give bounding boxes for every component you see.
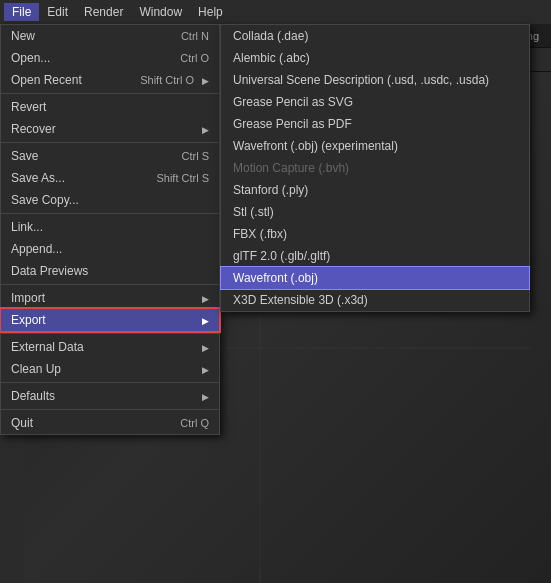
dd-save-as[interactable]: Save As... Shift Ctrl S: [1, 167, 219, 189]
dd-external-data-arrow: [198, 342, 209, 353]
dd-link[interactable]: Link...: [1, 216, 219, 238]
separator-1: [1, 93, 219, 94]
es-fbx[interactable]: FBX (.fbx): [221, 223, 529, 245]
dd-export[interactable]: Export: [1, 309, 219, 331]
dd-save-label: Save: [11, 149, 38, 163]
es-collada[interactable]: Collada (.dae): [221, 25, 529, 47]
es-gp-svg[interactable]: Grease Pencil as SVG: [221, 91, 529, 113]
dd-import[interactable]: Import: [1, 287, 219, 309]
dd-data-previews-label: Data Previews: [11, 264, 88, 278]
dd-defaults-arrow: [198, 391, 209, 402]
dd-open-label: Open...: [11, 51, 50, 65]
dd-recover-label: Recover: [11, 122, 56, 136]
separator-4: [1, 284, 219, 285]
es-obj[interactable]: Wavefront (.obj): [221, 267, 529, 289]
es-gltf[interactable]: glTF 2.0 (.glb/.gltf): [221, 245, 529, 267]
dd-export-arrow: [198, 315, 209, 326]
dd-quit[interactable]: Quit Ctrl Q: [1, 412, 219, 434]
dd-save-as-shortcut: Shift Ctrl S: [156, 172, 209, 184]
separator-7: [1, 409, 219, 410]
dd-open-recent[interactable]: Open Recent Shift Ctrl O: [1, 69, 219, 91]
dd-append[interactable]: Append...: [1, 238, 219, 260]
separator-3: [1, 213, 219, 214]
es-bvh: Motion Capture (.bvh): [221, 157, 529, 179]
dd-revert[interactable]: Revert: [1, 96, 219, 118]
dd-quit-label: Quit: [11, 416, 33, 430]
dd-save-copy[interactable]: Save Copy...: [1, 189, 219, 211]
es-x3d[interactable]: X3D Extensible 3D (.x3d): [221, 289, 529, 311]
dd-open-recent-label: Open Recent: [11, 73, 82, 87]
dd-save[interactable]: Save Ctrl S: [1, 145, 219, 167]
menu-window[interactable]: Window: [131, 3, 190, 21]
dd-quit-shortcut: Ctrl Q: [180, 417, 209, 429]
separator-5: [1, 333, 219, 334]
dd-open-shortcut: Ctrl O: [180, 52, 209, 64]
dd-link-label: Link...: [11, 220, 43, 234]
file-dropdown: New Ctrl N Open... Ctrl O Open Recent Sh…: [0, 24, 220, 435]
es-alembic[interactable]: Alembic (.abc): [221, 47, 529, 69]
dd-import-label: Import: [11, 291, 45, 305]
dd-save-shortcut: Ctrl S: [182, 150, 210, 162]
es-usd[interactable]: Universal Scene Description (.usd, .usdc…: [221, 69, 529, 91]
es-stl[interactable]: Stl (.stl): [221, 201, 529, 223]
dd-open-recent-shortcut: Shift Ctrl O: [140, 74, 194, 86]
dd-save-copy-label: Save Copy...: [11, 193, 79, 207]
dd-defaults[interactable]: Defaults: [1, 385, 219, 407]
dd-data-previews[interactable]: Data Previews: [1, 260, 219, 282]
dd-recover-arrow: [198, 124, 209, 135]
dd-external-data[interactable]: External Data: [1, 336, 219, 358]
dd-save-as-label: Save As...: [11, 171, 65, 185]
dd-clean-up[interactable]: Clean Up: [1, 358, 219, 380]
dd-open-recent-arrow: [198, 75, 209, 86]
menu-edit[interactable]: Edit: [39, 3, 76, 21]
es-obj-exp[interactable]: Wavefront (.obj) (experimental): [221, 135, 529, 157]
es-gp-pdf[interactable]: Grease Pencil as PDF: [221, 113, 529, 135]
dd-export-label: Export: [11, 313, 46, 327]
dd-append-label: Append...: [11, 242, 62, 256]
dd-open[interactable]: Open... Ctrl O: [1, 47, 219, 69]
dd-import-arrow: [198, 293, 209, 304]
dd-new[interactable]: New Ctrl N: [1, 25, 219, 47]
menu-help[interactable]: Help: [190, 3, 231, 21]
menu-file[interactable]: File: [4, 3, 39, 21]
separator-2: [1, 142, 219, 143]
separator-6: [1, 382, 219, 383]
top-menubar: File Edit Render Window Help: [0, 0, 551, 24]
dd-new-label: New: [11, 29, 35, 43]
export-submenu: Collada (.dae) Alembic (.abc) Universal …: [220, 24, 530, 312]
dd-external-data-label: External Data: [11, 340, 84, 354]
es-ply[interactable]: Stanford (.ply): [221, 179, 529, 201]
dd-revert-label: Revert: [11, 100, 46, 114]
menu-render[interactable]: Render: [76, 3, 131, 21]
dd-clean-up-arrow: [198, 364, 209, 375]
dd-new-shortcut: Ctrl N: [181, 30, 209, 42]
dd-recover[interactable]: Recover: [1, 118, 219, 140]
dd-defaults-label: Defaults: [11, 389, 55, 403]
dd-clean-up-label: Clean Up: [11, 362, 61, 376]
